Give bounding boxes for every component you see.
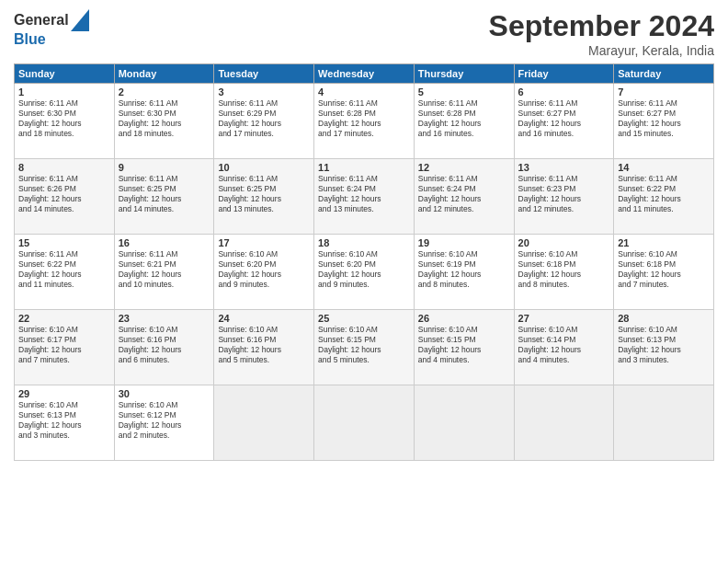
day-info: Daylight: 12 hours bbox=[518, 119, 610, 129]
day-number: 30 bbox=[119, 388, 210, 399]
col-wednesday: Wednesday bbox=[314, 64, 415, 84]
day-number: 25 bbox=[318, 313, 410, 324]
table-cell bbox=[514, 385, 614, 461]
table-cell: 16Sunrise: 6:11 AMSunset: 6:21 PMDayligh… bbox=[114, 235, 214, 310]
day-info: Sunrise: 6:10 AM bbox=[418, 249, 510, 259]
day-info: Daylight: 12 hours bbox=[119, 194, 210, 204]
day-info: Sunrise: 6:11 AM bbox=[119, 249, 210, 259]
day-info: and 3 minutes. bbox=[18, 431, 110, 441]
day-info: Sunset: 6:30 PM bbox=[119, 109, 210, 119]
day-info: Sunset: 6:20 PM bbox=[318, 259, 410, 270]
day-info: Daylight: 12 hours bbox=[618, 194, 710, 204]
day-info: Sunrise: 6:10 AM bbox=[18, 325, 110, 335]
day-number: 4 bbox=[318, 86, 410, 98]
day-info: Sunrise: 6:10 AM bbox=[218, 249, 310, 259]
logo-general: General bbox=[14, 12, 69, 29]
table-cell bbox=[614, 385, 714, 461]
table-cell bbox=[414, 385, 514, 461]
day-info: Daylight: 12 hours bbox=[418, 270, 510, 280]
day-info: Daylight: 12 hours bbox=[119, 420, 210, 431]
day-info: Sunset: 6:15 PM bbox=[318, 335, 410, 345]
day-info: and 6 minutes. bbox=[119, 355, 210, 365]
table-cell: 20Sunrise: 6:10 AMSunset: 6:18 PMDayligh… bbox=[514, 235, 614, 310]
day-info: Daylight: 12 hours bbox=[618, 345, 710, 355]
col-tuesday: Tuesday bbox=[214, 64, 314, 84]
day-info: Sunrise: 6:11 AM bbox=[318, 174, 410, 184]
table-cell: 18Sunrise: 6:10 AMSunset: 6:20 PMDayligh… bbox=[314, 235, 415, 310]
day-info: Sunrise: 6:10 AM bbox=[119, 325, 210, 335]
day-info: Sunset: 6:27 PM bbox=[618, 109, 710, 119]
day-info: Sunset: 6:13 PM bbox=[618, 335, 710, 345]
day-info: Daylight: 12 hours bbox=[518, 345, 610, 355]
day-info: Daylight: 12 hours bbox=[218, 345, 310, 355]
day-info: and 16 minutes. bbox=[418, 129, 510, 139]
table-cell: 6Sunrise: 6:11 AMSunset: 6:27 PMDaylight… bbox=[514, 84, 614, 159]
day-info: and 2 minutes. bbox=[119, 431, 210, 441]
day-number: 7 bbox=[618, 86, 710, 98]
day-number: 16 bbox=[119, 237, 210, 248]
day-number: 11 bbox=[318, 162, 410, 173]
day-info: Sunset: 6:15 PM bbox=[418, 335, 510, 345]
table-cell: 4Sunrise: 6:11 AMSunset: 6:28 PMDaylight… bbox=[314, 84, 415, 159]
table-cell: 10Sunrise: 6:11 AMSunset: 6:25 PMDayligh… bbox=[214, 159, 314, 235]
page: General Blue September 2024 Marayur, Ker… bbox=[0, 0, 728, 563]
day-info: Sunrise: 6:10 AM bbox=[318, 325, 410, 335]
month-title: September 2024 bbox=[489, 9, 714, 43]
day-info: and 11 minutes. bbox=[618, 204, 710, 214]
day-info: Sunset: 6:17 PM bbox=[18, 335, 110, 345]
day-info: Sunrise: 6:10 AM bbox=[18, 400, 110, 410]
day-info: and 18 minutes. bbox=[18, 129, 110, 139]
calendar-row: 29Sunrise: 6:10 AMSunset: 6:13 PMDayligh… bbox=[15, 385, 714, 461]
table-cell: 22Sunrise: 6:10 AMSunset: 6:17 PMDayligh… bbox=[15, 310, 115, 385]
day-info: Sunrise: 6:11 AM bbox=[618, 98, 710, 109]
day-info: Sunrise: 6:10 AM bbox=[618, 325, 710, 335]
day-info: and 3 minutes. bbox=[618, 355, 710, 365]
day-info: Sunrise: 6:10 AM bbox=[119, 400, 210, 410]
day-info: Sunset: 6:16 PM bbox=[218, 335, 310, 345]
logo-blue: Blue bbox=[14, 31, 89, 48]
day-info: Sunset: 6:12 PM bbox=[119, 410, 210, 420]
day-info: Daylight: 12 hours bbox=[218, 119, 310, 129]
calendar-row: 1Sunrise: 6:11 AMSunset: 6:30 PMDaylight… bbox=[15, 84, 714, 159]
col-friday: Friday bbox=[514, 64, 614, 84]
day-number: 22 bbox=[18, 313, 110, 324]
day-info: and 4 minutes. bbox=[418, 355, 510, 365]
table-cell: 25Sunrise: 6:10 AMSunset: 6:15 PMDayligh… bbox=[314, 310, 415, 385]
day-info: and 9 minutes. bbox=[218, 280, 310, 290]
day-info: Sunrise: 6:11 AM bbox=[218, 98, 310, 109]
day-info: Sunset: 6:18 PM bbox=[618, 259, 710, 270]
day-info: Daylight: 12 hours bbox=[119, 345, 210, 355]
day-number: 9 bbox=[119, 162, 210, 173]
day-info: and 4 minutes. bbox=[518, 355, 610, 365]
logo: General Blue bbox=[14, 9, 89, 48]
day-info: and 5 minutes. bbox=[218, 355, 310, 365]
day-info: and 8 minutes. bbox=[518, 280, 610, 290]
table-cell: 2Sunrise: 6:11 AMSunset: 6:30 PMDaylight… bbox=[114, 84, 214, 159]
day-info: Sunrise: 6:11 AM bbox=[18, 249, 110, 259]
day-info: Sunrise: 6:10 AM bbox=[318, 249, 410, 259]
day-info: Daylight: 12 hours bbox=[18, 420, 110, 431]
day-info: Sunrise: 6:11 AM bbox=[518, 98, 610, 109]
col-thursday: Thursday bbox=[414, 64, 514, 84]
day-info: Sunrise: 6:11 AM bbox=[418, 174, 510, 184]
table-cell: 12Sunrise: 6:11 AMSunset: 6:24 PMDayligh… bbox=[414, 159, 514, 235]
col-monday: Monday bbox=[114, 64, 214, 84]
table-cell: 1Sunrise: 6:11 AMSunset: 6:30 PMDaylight… bbox=[15, 84, 115, 159]
day-info: Sunrise: 6:11 AM bbox=[18, 174, 110, 184]
day-info: Sunrise: 6:11 AM bbox=[618, 174, 710, 184]
day-info: Sunrise: 6:11 AM bbox=[218, 174, 310, 184]
table-cell: 21Sunrise: 6:10 AMSunset: 6:18 PMDayligh… bbox=[614, 235, 714, 310]
day-info: and 5 minutes. bbox=[318, 355, 410, 365]
day-info: and 18 minutes. bbox=[119, 129, 210, 139]
day-number: 26 bbox=[418, 313, 510, 324]
day-number: 8 bbox=[18, 162, 110, 173]
day-info: and 10 minutes. bbox=[119, 280, 210, 290]
col-sunday: Sunday bbox=[15, 64, 115, 84]
day-info: Sunset: 6:27 PM bbox=[518, 109, 610, 119]
day-number: 13 bbox=[518, 162, 610, 173]
day-number: 2 bbox=[119, 86, 210, 98]
day-info: and 7 minutes. bbox=[618, 280, 710, 290]
day-info: Sunset: 6:30 PM bbox=[18, 109, 110, 119]
day-info: Sunset: 6:19 PM bbox=[418, 259, 510, 270]
day-info: Sunset: 6:26 PM bbox=[18, 184, 110, 194]
